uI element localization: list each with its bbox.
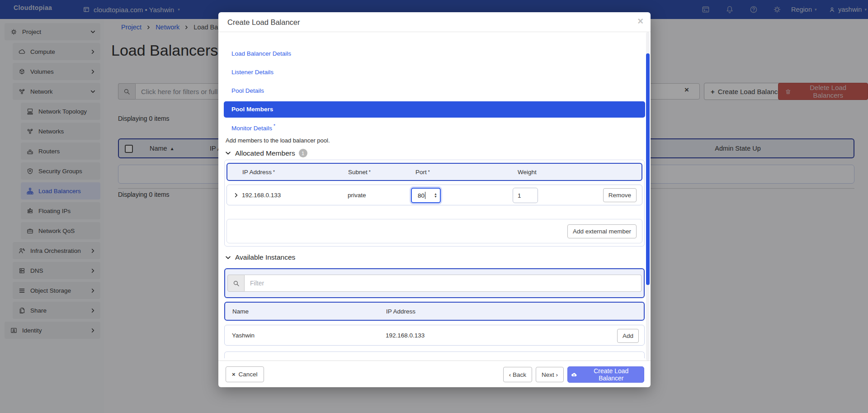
- button-label: Add: [623, 332, 633, 339]
- button-label: Cancel: [239, 371, 258, 378]
- instance-filter-bar: [224, 268, 645, 298]
- create-load-balancer-modal: Create Load Balancer × Load Balancer Det…: [218, 12, 651, 387]
- modal-footer: × Cancel ‹ Back Next › Create Load Balan…: [218, 361, 651, 387]
- member-subnet: private: [348, 185, 366, 205]
- allocated-member-row: 192.168.0.133 private 80 ▲▼ Remove: [226, 185, 642, 205]
- instance-ip-address: 192.168.0.133: [386, 325, 425, 345]
- chevron-down-icon: [225, 254, 231, 261]
- required-asterisk: *: [369, 170, 371, 175]
- column-header-port: Port*: [415, 164, 430, 180]
- cancel-button[interactable]: × Cancel: [226, 366, 264, 382]
- section-title: Available Instances: [235, 253, 295, 261]
- number-stepper-icon[interactable]: ▲▼: [434, 193, 437, 198]
- column-header-weight: Weight: [518, 164, 537, 180]
- allocated-table-header: IP Address* Subnet* Port* Weight: [226, 163, 642, 181]
- add-external-member-bar: Add external member: [226, 219, 642, 243]
- weight-input[interactable]: [513, 188, 538, 203]
- port-value: 80: [418, 192, 425, 199]
- text-cursor: [425, 192, 425, 199]
- expand-member-chevron[interactable]: [233, 185, 239, 205]
- step-pool-members-active[interactable]: Pool Members: [224, 101, 645, 118]
- chevron-down-icon: [225, 150, 231, 157]
- button-label: ‹ Back: [509, 371, 526, 378]
- button-label: Next ›: [542, 371, 558, 378]
- remove-member-button[interactable]: Remove: [603, 188, 637, 202]
- next-button[interactable]: Next ›: [536, 367, 564, 382]
- modal-header: Create Load Balancer ×: [218, 12, 651, 32]
- step-listener-details[interactable]: Listener Details: [231, 69, 274, 78]
- required-asterisk: *: [273, 170, 275, 175]
- available-table-header: Name IP Address: [224, 302, 645, 321]
- chevron-right-icon: [233, 192, 239, 198]
- close-icon[interactable]: ×: [637, 15, 643, 27]
- column-header-subnet: Subnet*: [348, 164, 371, 180]
- instance-filter-input[interactable]: [245, 275, 642, 292]
- section-title: Allocated Members: [235, 149, 295, 157]
- button-label: Remove: [609, 192, 631, 199]
- back-button[interactable]: ‹ Back: [503, 367, 532, 382]
- cloud-upload-icon: [571, 371, 578, 378]
- submit-create-load-balancer-button[interactable]: Create Load Balancer: [567, 366, 644, 383]
- column-header-ip-address: IP Address: [386, 303, 415, 320]
- available-instance-row: Yashwin 192.168.0.133 Add: [224, 325, 645, 346]
- step-load-balancer-details[interactable]: Load Balancer Details: [231, 50, 291, 59]
- add-instance-button[interactable]: Add: [617, 329, 639, 343]
- required-asterisk: *: [428, 170, 430, 175]
- member-count-badge: 1: [299, 149, 307, 157]
- member-ip-address: 192.168.0.133: [242, 185, 281, 205]
- step-monitor-details[interactable]: Monitor Details*: [231, 123, 275, 133]
- clipped-next-row: [224, 351, 645, 358]
- port-input[interactable]: 80 ▲▼: [411, 188, 441, 203]
- modal-scrollbar-thumb[interactable]: [646, 53, 650, 285]
- search-icon: [227, 275, 245, 292]
- x-icon: ×: [232, 371, 236, 378]
- button-label: Create Load Balancer: [581, 367, 641, 382]
- add-external-member-button[interactable]: Add external member: [567, 224, 637, 238]
- column-header-name: Name: [232, 303, 249, 320]
- step-pool-details[interactable]: Pool Details: [231, 87, 264, 96]
- modal-scrollbar-track[interactable]: [646, 32, 650, 361]
- column-header-ip-address: IP Address*: [242, 164, 275, 180]
- modal-title: Create Load Balancer: [227, 12, 300, 32]
- application-window: Cloudtopiaa cloudtopiaa.com • Yashwin ▾ …: [0, 0, 868, 413]
- instance-name: Yashwin: [232, 325, 255, 345]
- button-label: Add external member: [573, 228, 631, 235]
- allocated-members-section-toggle[interactable]: Allocated Members 1: [225, 149, 307, 157]
- allocated-members-table: IP Address* Subnet* Port* Weight 192.168…: [224, 160, 645, 247]
- required-asterisk: *: [274, 123, 275, 128]
- step-description: Add members to the load balancer pool.: [226, 137, 330, 144]
- available-instances-section-toggle[interactable]: Available Instances: [225, 253, 295, 261]
